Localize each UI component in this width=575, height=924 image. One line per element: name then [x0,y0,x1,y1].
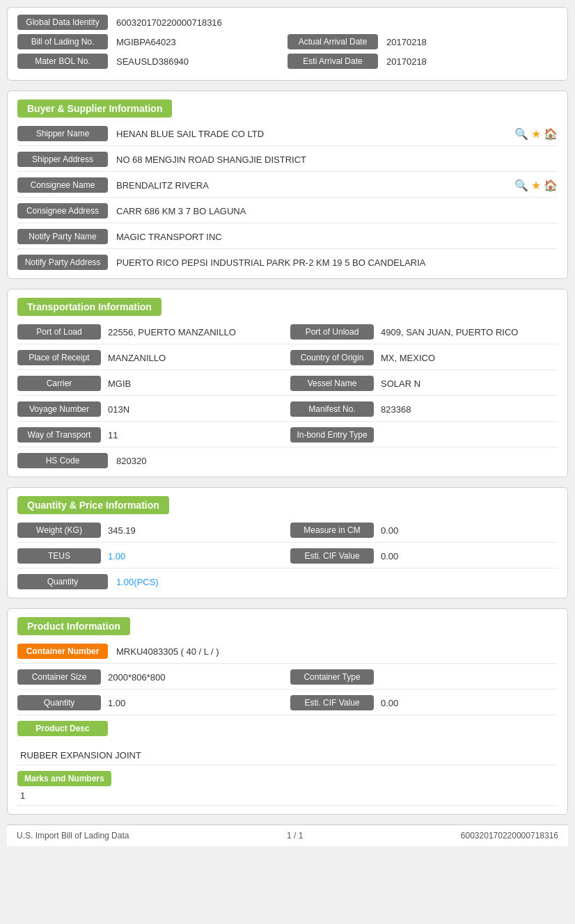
notify-party-address-row: Notify Party Address PUERTO RICO PEPSI I… [17,255,558,270]
actual-arrival-label: Actual Arrival Date [288,34,378,49]
consignee-name-value: BRENDALITZ RIVERA [116,180,209,191]
container-number-label: Container Number [17,644,108,659]
container-size-col: Container Size 2000*806*800 [17,669,285,685]
global-id-row: Global Data Identity 6003201702200007183… [17,15,558,30]
esti-cif-value: 0.00 [381,551,558,561]
hs-code-label: HS Code [17,453,108,468]
quantity-section: Quantity & Price Information Weight (KG)… [7,487,568,598]
container-type-col: Container Type [290,669,558,685]
footer-center: 1 / 1 [287,831,303,841]
esti-arrival-value: 20170218 [386,56,427,67]
vessel-name-value: SOLAR N [381,379,558,389]
esti-arrival-label: Esti Arrival Date [288,54,378,69]
product-cif-col: Esti. CIF Value 0.00 [290,695,558,710]
quantity-value: 1.00(PCS) [116,577,558,587]
master-bol-left: Mater BOL No. SEAUSLD386940 [17,54,288,69]
consignee-name-label: Consignee Name [17,177,108,193]
consignee-name-field: BRENDALITZ RIVERA 🔍 ★ 🏠 [116,179,558,192]
hs-code-row: HS Code 820320 [17,453,558,468]
shipper-icons: 🔍 ★ 🏠 [514,127,558,141]
master-bol-right: Esti Arrival Date 20170218 [288,54,558,69]
voyage-value: 013N [108,404,285,415]
consignee-search-icon[interactable]: 🔍 [514,179,528,192]
bol-value: MGIBPA64023 [116,37,176,47]
port-load-value: 22556, PUERTO MANZANILLO [108,327,285,337]
footer-left: U.S. Import Bill of Lading Data [17,831,129,841]
bol-right: Actual Arrival Date 20170218 [288,34,558,49]
way-transport-inbond-row: Way of Transport 11 In-bond Entry Type [17,427,558,447]
weight-col: Weight (KG) 345.19 [17,523,285,538]
vessel-name-col: Vessel Name SOLAR N [290,376,558,391]
teus-label: TEUS [17,548,101,564]
product-desc-label: Product Desc [17,721,108,736]
bol-row: Bill of Lading No. MGIBPA64023 Actual Ar… [17,34,558,49]
shipper-search-icon[interactable]: 🔍 [514,127,528,141]
container-type-label: Container Type [290,669,374,685]
actual-arrival-value: 20170218 [386,37,427,47]
teus-cif-row: TEUS 1.00 Esti. CIF Value 0.00 [17,548,558,568]
way-transport-col: Way of Transport 11 [17,427,285,443]
master-bol-row: Mater BOL No. SEAUSLD386940 Esti Arrival… [17,54,558,69]
consignee-address-label: Consignee Address [17,203,108,218]
global-id-value: 600320170220000718316 [116,17,222,28]
port-unload-value: 4909, SAN JUAN, PUERTO RICO [381,327,558,337]
shipper-address-row: Shipper Address NO 68 MENGJIN ROAD SHANG… [17,152,558,172]
product-cif-label: Esti. CIF Value [290,695,374,710]
shipper-address-label: Shipper Address [17,152,108,167]
container-size-type-row: Container Size 2000*806*800 Container Ty… [17,669,558,690]
shipper-home-icon[interactable]: 🏠 [544,127,558,141]
container-number-row: Container Number MRKU4083305 ( 40 / L / … [17,644,558,664]
vessel-name-label: Vessel Name [290,376,374,391]
marks-numbers-label: Marks and Numbers [17,771,111,786]
notify-party-address-label: Notify Party Address [17,255,108,270]
carrier-label: Carrier [17,376,101,391]
inbond-entry-col: In-bond Entry Type [290,427,558,443]
id-card: Global Data Identity 6003201702200007183… [7,7,568,81]
port-load-label: Port of Load [17,324,101,340]
product-qty-label: Quantity [17,695,101,710]
quantity-label: Quantity [17,574,108,589]
shipper-star-icon[interactable]: ★ [531,127,541,141]
measure-label: Measure in CM [290,523,374,538]
esti-cif-col: Esti. CIF Value 0.00 [290,548,558,564]
port-load-unload-row: Port of Load 22556, PUERTO MANZANILLO Po… [17,324,558,344]
marks-numbers-value: 1 [17,786,558,806]
shipper-address-value: NO 68 MENGJIN ROAD SHANGJIE DISTRICT [116,154,558,165]
notify-party-name-label: Notify Party Name [17,229,108,244]
transport-header: Transportation Information [17,298,162,316]
country-origin-col: Country of Origin MX, MEXICO [290,350,558,365]
hs-code-value: 820320 [116,456,558,466]
container-number-value: MRKU4083305 ( 40 / L / ) [116,646,558,657]
carrier-vessel-row: Carrier MGIB Vessel Name SOLAR N [17,376,558,396]
voyage-col: Voyage Number 013N [17,401,285,417]
product-qty-cif-row: Quantity 1.00 Esti. CIF Value 0.00 [17,695,558,715]
product-qty-col: Quantity 1.00 [17,695,285,710]
container-size-value: 2000*806*800 [108,672,285,683]
shipper-name-value: HENAN BLUE SAIL TRADE CO LTD [116,129,264,139]
bol-left: Bill of Lading No. MGIBPA64023 [17,34,288,49]
country-origin-value: MX, MEXICO [381,353,558,363]
place-receipt-origin-row: Place of Receipt MANZANILLO Country of O… [17,350,558,370]
consignee-star-icon[interactable]: ★ [531,179,541,192]
product-desc-value: RUBBER EXPANSION JOINT [17,746,558,765]
product-cif-value: 0.00 [381,698,558,708]
weight-value: 345.19 [108,525,285,536]
buyer-supplier-section: Buyer & Supplier Information Shipper Nam… [7,90,568,279]
container-size-label: Container Size [17,669,101,685]
bol-label: Bill of Lading No. [17,34,108,49]
marks-row: Marks and Numbers [17,771,558,786]
shipper-name-row: Shipper Name HENAN BLUE SAIL TRADE CO LT… [17,126,558,146]
consignee-home-icon[interactable]: 🏠 [544,179,558,192]
inbond-entry-label: In-bond Entry Type [290,427,374,443]
manifest-label: Manifest No. [290,401,374,417]
notify-party-name-value: MAGIC TRANSPORT INC [116,232,558,242]
port-unload-label: Port of Unload [290,324,374,340]
way-transport-label: Way of Transport [17,427,101,443]
quantity-header: Quantity & Price Information [17,496,169,514]
place-receipt-label: Place of Receipt [17,350,101,365]
port-unload-col: Port of Unload 4909, SAN JUAN, PUERTO RI… [290,324,558,340]
shipper-name-label: Shipper Name [17,126,108,141]
measure-col: Measure in CM 0.00 [290,523,558,538]
consignee-name-row: Consignee Name BRENDALITZ RIVERA 🔍 ★ 🏠 [17,177,558,198]
notify-party-name-row: Notify Party Name MAGIC TRANSPORT INC [17,229,558,249]
